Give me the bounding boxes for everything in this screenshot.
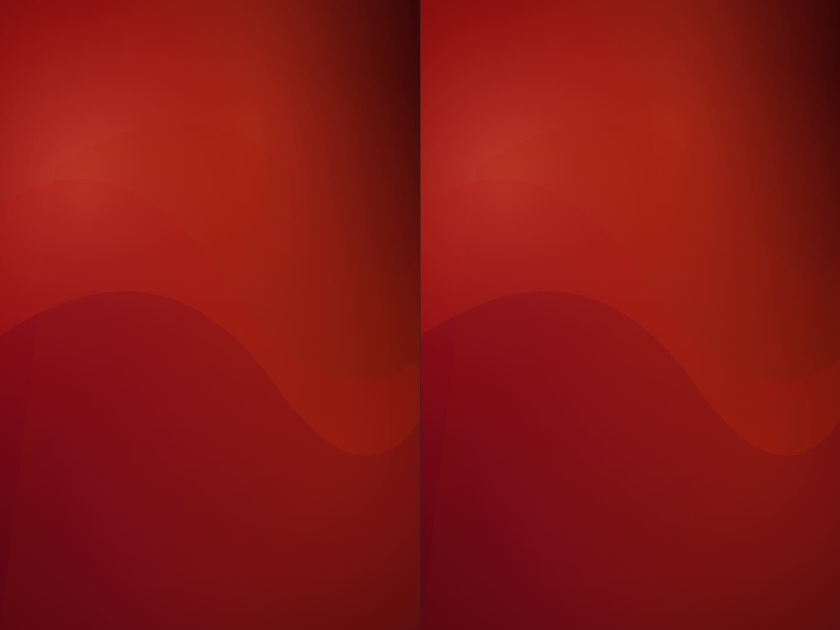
left-app-grid [0, 0, 420, 630]
right-screen [420, 0, 840, 630]
right-app-grid [421, 0, 840, 630]
left-screen [0, 0, 420, 630]
